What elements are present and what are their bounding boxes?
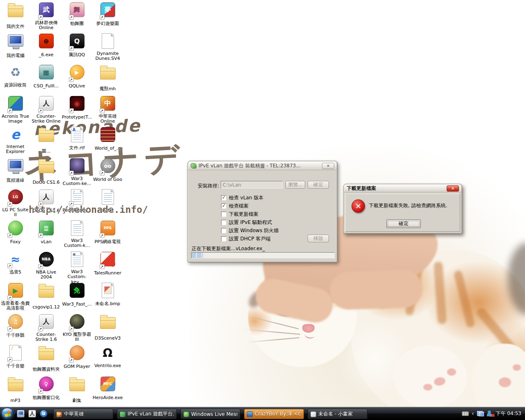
desktop-icon-label: 我的電腦 xyxy=(7,53,25,58)
desktop-icon[interactable]: ✱ War3 Custom-key... xyxy=(62,251,92,282)
desktop-icon[interactable]: ♫ ↗ 千千靜聽 xyxy=(0,313,31,345)
desktop-icon[interactable]: mP3 xyxy=(0,376,31,407)
desktop-icon[interactable]: ▶ ↗ 迅雷看看-免費高清影視 xyxy=(0,282,31,313)
desktop-icon[interactable]: PPS ↗ PPS網絡電視 xyxy=(92,220,123,251)
desktop-icon[interactable]: 免 War3_Fast_... xyxy=(62,282,92,313)
close-button[interactable]: × xyxy=(322,163,334,169)
desktop-icon[interactable]: ▦ CSO_FullI... xyxy=(31,64,62,95)
desktop-icon[interactable]: ≣ ↗ vLan xyxy=(31,220,62,251)
titlebar[interactable]: 下載更新檔案 × xyxy=(344,185,461,192)
browse-button[interactable]: 瀏覽... xyxy=(285,181,305,189)
checkbox-option[interactable]: ✓ 檢查 vLan 版本 xyxy=(221,194,278,202)
desktop-icon[interactable]: 圖... xyxy=(31,126,62,158)
desktop-icon[interactable]: ♀ ↗ 勁舞團窗口化 xyxy=(31,376,62,407)
task-button[interactable]: 未命名 - 小畫家 xyxy=(308,409,368,419)
desktop-icon[interactable]: ▶ ↗ QQLive xyxy=(62,64,92,95)
desktop-icon[interactable]: Ω Ventrilo.exe xyxy=(92,345,123,376)
clock[interactable]: 下午 04:53 xyxy=(496,410,521,417)
desktop-icon[interactable]: Q ↗ 騰訊QQ xyxy=(62,33,92,64)
desktop-icon[interactable]: ↗ Acronis True Image xyxy=(0,95,31,126)
icon-glyph: 免 xyxy=(74,286,80,295)
network-tray-icon[interactable] xyxy=(477,411,484,416)
checkbox[interactable]: ✓ xyxy=(221,195,226,201)
messenger-tray-icon[interactable] xyxy=(487,411,493,416)
checkbox[interactable] xyxy=(221,212,226,217)
desktop-icon-image: Ω xyxy=(100,345,116,361)
desktop-icon[interactable]: oo ↗ World of Goo xyxy=(92,158,123,189)
desktop-icon[interactable]: A 文件.rtf xyxy=(62,126,92,158)
desktop-icon[interactable]: D3SceneV3 xyxy=(92,313,123,345)
desktop-icon[interactable]: 我的文件 xyxy=(0,2,31,33)
desktop-icon[interactable]: ↗ TalesRunner xyxy=(92,251,123,282)
start-button[interactable] xyxy=(1,407,14,420)
desktop-icon[interactable]: e Internet Explorer xyxy=(0,126,31,158)
desktop-icon-image: ≈ ↗ xyxy=(7,251,24,267)
desktop-icon[interactable]: ↗ GOM Player xyxy=(62,345,92,376)
desktop-icon[interactable]: MFC HeroAide.exe xyxy=(92,376,123,407)
shortcut-arrow-icon: ↗ xyxy=(38,233,43,238)
desktop-icon[interactable]: LG ↗ LG PC Suite II xyxy=(0,189,31,220)
shortcut-arrow-icon: ↗ xyxy=(100,171,105,176)
checkbox-option[interactable]: 設置 Windows 防火牆 xyxy=(221,226,278,235)
checkbox[interactable]: ✓ xyxy=(221,203,226,209)
checkbox-option[interactable]: 設置 DHCP 客戶端 xyxy=(221,235,278,243)
desktop-icon[interactable]: csgovip1.12 xyxy=(31,282,62,313)
desktop-icon[interactable]: 武 ↗ 武林群俠傳 Online xyxy=(31,2,62,33)
remove-button[interactable]: 移除 xyxy=(308,235,329,242)
desktop-icon[interactable]: 我的電腦 xyxy=(0,33,31,64)
icon-glyph: ⊕ xyxy=(43,37,49,45)
desktop-icon-image: ↗ xyxy=(100,252,116,268)
desktop-icon[interactable]: ↗ KYO 魔獸爭霸III xyxy=(62,313,92,345)
desktop-icon[interactable]: 人 ↗ Counter-Strike Online xyxy=(31,95,62,126)
quick-launch-icon[interactable]: 人 xyxy=(28,410,36,418)
desktop-icon[interactable]: 未命名.bmp xyxy=(92,282,123,313)
checkbox[interactable] xyxy=(221,236,226,242)
checkbox-option[interactable]: 設置 IPvE 驅動程式 xyxy=(221,218,278,226)
tray-collapse-chevron-icon[interactable]: ‹ xyxy=(472,411,474,416)
desktop-icon[interactable]: 中 ↗ 中華英雄 Online xyxy=(92,95,123,126)
desktop-icon[interactable]: War3 Custom-k... xyxy=(62,220,92,251)
checkbox-option[interactable]: 下載更新檔案 xyxy=(221,210,278,218)
desktop-icon[interactable]: ♻ 資源回收筒 xyxy=(0,64,31,95)
task-button[interactable]: IPvE vLan 遊戲平台... xyxy=(117,409,177,419)
desktop-icon[interactable]: 舞 ↗ 勁舞團 xyxy=(62,2,92,33)
quick-launch-icon[interactable]: u xyxy=(40,410,48,418)
ok-button[interactable]: 確定 xyxy=(386,219,421,228)
desktop-icon[interactable]: ≈ ↗ 迅雷5 xyxy=(0,251,31,282)
desktop-icon[interactable]: ⊕ _6.exe xyxy=(31,33,62,64)
icon-art xyxy=(8,34,23,47)
desktop-icon[interactable]: ♪ ↗ 千千音樂 xyxy=(0,345,31,376)
desktop-icon[interactable]: 勁舞團資料夾 xyxy=(31,345,62,376)
task-button[interactable]: Windows Live Messe... xyxy=(180,409,240,419)
checkbox[interactable] xyxy=(221,220,226,225)
desktop-icon-image: PPS ↗ xyxy=(100,221,116,237)
desktop-icon[interactable]: 人 ↗ DoOo CS1.6 xyxy=(31,189,62,220)
progress-bar xyxy=(191,252,335,258)
desktop-icon[interactable]: 人 ↗ Counter-Strike 1.6 xyxy=(31,313,62,345)
quick-launch-icon[interactable] xyxy=(17,410,25,418)
task-button[interactable]: 中 中華英雄 xyxy=(53,409,113,419)
desktop-icon[interactable]: 夢 ↗ 夢幻遊樂園 xyxy=(92,2,123,33)
install-path-input[interactable]: C:\vLan xyxy=(221,181,283,189)
desktop-icon[interactable]: DoOo CS1.6 xyxy=(31,158,62,189)
desktop-icon[interactable]: 名.txt xyxy=(92,189,123,220)
desktop-icon[interactable]: 劇集 xyxy=(62,376,92,407)
desktop-icon[interactable]: Dynamite Dunes.SV4 xyxy=(92,33,123,64)
close-button[interactable]: × xyxy=(447,185,459,192)
desktop-icon[interactable]: ◉ ↗ Prototype(T... xyxy=(62,95,92,126)
desktop-icon[interactable]: NBA ↗ NBA Live 2004 xyxy=(31,251,62,282)
titlebar[interactable]: IPvE vLan 遊戲平台 裝載精靈 - TEL:23873... × xyxy=(188,162,337,170)
desktop-icon[interactable]: ♪ ↗ PeonReady... xyxy=(62,189,92,220)
confirm-button[interactable]: 確定 xyxy=(308,181,329,189)
input-method-icon[interactable] xyxy=(462,411,469,416)
icon-art xyxy=(8,5,23,17)
desktop-icon[interactable]: 寬頻連線 xyxy=(0,158,31,189)
checkbox[interactable] xyxy=(221,228,226,233)
desktop-icon[interactable]: ↗ War3 Custom-ke... xyxy=(62,158,92,189)
task-button[interactable]: CrazYBoY By:澤 <ch... xyxy=(244,409,304,419)
desktop-icon-label: Counter-Strike 1.6 xyxy=(31,332,62,342)
desktop-icon[interactable]: World_of_... xyxy=(92,126,123,158)
checkbox-option[interactable]: ✓ 檢查檔案 xyxy=(221,202,278,210)
desktop-icon[interactable]: ↗ Foxy xyxy=(0,220,31,251)
desktop-icon[interactable]: 魔獸mh xyxy=(92,64,123,95)
